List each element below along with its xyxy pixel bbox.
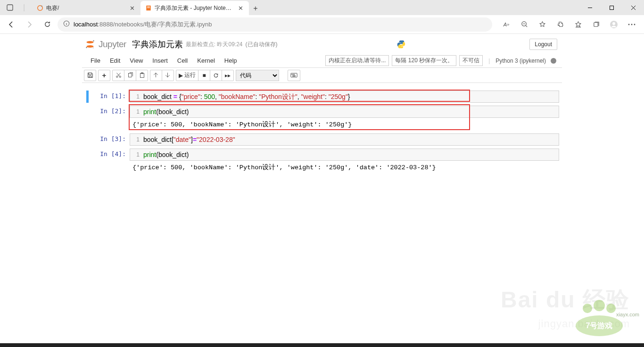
svg-rect-36 — [294, 74, 295, 75]
forward-button[interactable] — [22, 17, 37, 32]
jupyter-logo-text: Jupyter — [99, 39, 126, 50]
svg-rect-34 — [292, 74, 293, 75]
cell-output: {'price': 500, 'bookName': 'Python设计', '… — [130, 161, 559, 174]
svg-line-14 — [526, 25, 527, 27]
restart-button[interactable] — [210, 70, 222, 81]
menu-help[interactable]: Help — [220, 55, 242, 66]
logout-button[interactable]: Logout — [529, 39, 557, 50]
kernel-status[interactable]: 内核正在启动,请等待... — [325, 55, 389, 66]
code-cell[interactable]: In [2]:1print(book_dict){'price': 500, '… — [85, 106, 559, 131]
url-text: localhost:8888/notebooks/电赛/字典添加元素.ipynb — [74, 20, 212, 29]
notebook-toolbar: + 🡡 🡣 ▶运行 ■ ▸▸ 代码 — [82, 68, 562, 83]
interrupt-button[interactable]: ■ — [198, 70, 210, 81]
tab-title: 字典添加元素 - Jupyter Noteboo — [155, 4, 234, 12]
taskbar[interactable] — [0, 343, 644, 347]
zoom-button[interactable] — [516, 17, 533, 32]
extensions-button[interactable] — [552, 17, 569, 32]
input-prompt: In [3]: — [85, 133, 130, 146]
kernel-name[interactable]: Python 3 (ipykernel) — [495, 58, 546, 64]
game-watermark-icon: 7号游戏 — [571, 300, 637, 338]
favorites-bar-button[interactable] — [570, 17, 586, 32]
reader-mode-button[interactable]: A» — [498, 17, 515, 32]
svg-point-23 — [87, 41, 94, 43]
svg-point-21 — [631, 24, 633, 25]
menu-kernel[interactable]: Kernel — [192, 55, 220, 66]
code-cell[interactable]: In [4]:1print(book_dict){'price': 500, '… — [85, 149, 559, 174]
browser-tab-0[interactable]: 电赛/ ✕ — [32, 1, 140, 15]
page-content: Jupyter 字典添加元素 最新检查点: 昨天09:24 (已自动保存) Lo… — [0, 34, 644, 343]
copy-button[interactable] — [124, 70, 136, 81]
code-cell[interactable]: In [3]:1book_dict["date"]="2022-03-28" — [85, 133, 559, 146]
input-prompt: In [4]: — [85, 149, 130, 174]
kernel-indicator-icon[interactable] — [551, 58, 556, 64]
cut-button[interactable] — [112, 70, 124, 81]
paste-button[interactable] — [136, 70, 148, 81]
close-icon[interactable]: ✕ — [128, 4, 136, 12]
code-input[interactable]: 1print(book_dict) — [130, 149, 559, 161]
tab-title: 电赛/ — [46, 4, 125, 12]
watermark-sub: jingyan.baidu.com — [538, 318, 630, 330]
svg-point-38 — [583, 304, 592, 313]
watermark-brand: Bai du 经验 — [501, 285, 630, 315]
svg-text:7号游戏: 7号游戏 — [586, 322, 613, 330]
code-input[interactable]: 1book_dict["date"]="2022-03-28" — [130, 133, 559, 146]
tab-actions-button[interactable] — [4, 1, 16, 14]
svg-rect-31 — [140, 73, 144, 77]
minimize-button[interactable] — [579, 0, 601, 15]
checkpoint-text: 最新检查点: 昨天09:24 — [186, 41, 243, 49]
browser-tab-1[interactable]: 字典添加元素 - Jupyter Noteboo ✕ — [140, 1, 249, 15]
code-cell[interactable]: In [1]:1book_dict = {"price": 500, "book… — [85, 91, 559, 103]
cell-output: {'price': 500, 'bookName': 'Python设计', '… — [130, 118, 559, 131]
autosave-interval[interactable]: 每隔 120 秒保存一次。 — [392, 55, 456, 66]
python-logo-icon — [396, 39, 406, 50]
command-palette-button[interactable] — [288, 70, 300, 81]
input-prompt: In [2]: — [85, 106, 130, 131]
favorites-button[interactable] — [534, 17, 551, 32]
svg-rect-17 — [594, 23, 597, 26]
insert-cell-button[interactable]: + — [98, 70, 110, 81]
jupyter-header: Jupyter 字典添加元素 最新检查点: 昨天09:24 (已自动保存) Lo… — [82, 35, 562, 54]
close-window-button[interactable] — [622, 0, 644, 15]
svg-point-2 — [41, 6, 42, 7]
code-input[interactable]: 1book_dict = {"price": 500, "bookName": … — [130, 91, 559, 103]
svg-rect-4 — [147, 7, 150, 7]
cell-type-select[interactable]: 代码 — [236, 70, 279, 81]
notebook-title[interactable]: 字典添加元素 — [132, 39, 183, 50]
profile-button[interactable] — [605, 17, 622, 32]
menu-cell[interactable]: Cell — [173, 55, 192, 66]
browser-titlebar: | 电赛/ ✕ 字典添加元素 - Jupyter Noteboo ✕ + — [0, 0, 644, 15]
move-down-button[interactable]: 🡣 — [162, 70, 174, 81]
close-icon[interactable]: ✕ — [237, 4, 244, 12]
menu-edit[interactable]: Edit — [105, 55, 125, 66]
svg-point-40 — [606, 304, 616, 313]
menu-insert[interactable]: Insert — [148, 55, 173, 66]
settings-menu-button[interactable] — [623, 17, 640, 32]
back-button[interactable] — [4, 17, 19, 32]
code-input[interactable]: 1print(book_dict) — [130, 106, 559, 118]
menu-view[interactable]: View — [125, 55, 148, 66]
browser-toolbar: localhost:8888/notebooks/电赛/字典添加元素.ipynb… — [0, 15, 644, 34]
svg-rect-33 — [291, 73, 297, 77]
save-button[interactable] — [84, 70, 96, 81]
refresh-button[interactable] — [40, 17, 55, 32]
site-info-icon[interactable] — [63, 20, 70, 28]
svg-point-41 — [576, 315, 623, 336]
svg-point-22 — [634, 24, 636, 25]
svg-point-28 — [116, 76, 117, 77]
collections-button[interactable] — [587, 17, 604, 32]
new-tab-button[interactable]: + — [249, 2, 262, 15]
restart-run-all-button[interactable]: ▸▸ — [222, 70, 234, 81]
svg-rect-35 — [293, 74, 294, 75]
move-up-button[interactable]: 🡡 — [150, 70, 162, 81]
notebook-favicon — [145, 5, 152, 11]
svg-rect-7 — [610, 6, 613, 9]
maximize-button[interactable] — [601, 0, 622, 15]
menu-file[interactable]: File — [86, 55, 105, 66]
trust-status[interactable]: 不可信 — [459, 55, 483, 66]
jupyter-logo[interactable]: Jupyter — [84, 39, 126, 50]
address-bar[interactable]: localhost:8888/notebooks/电赛/字典添加元素.ipynb — [58, 17, 492, 32]
run-button[interactable]: ▶运行 — [176, 70, 198, 81]
svg-point-29 — [119, 76, 121, 77]
divider: | — [488, 58, 490, 64]
browser-tabs: 电赛/ ✕ 字典添加元素 - Jupyter Noteboo ✕ + — [32, 0, 262, 15]
